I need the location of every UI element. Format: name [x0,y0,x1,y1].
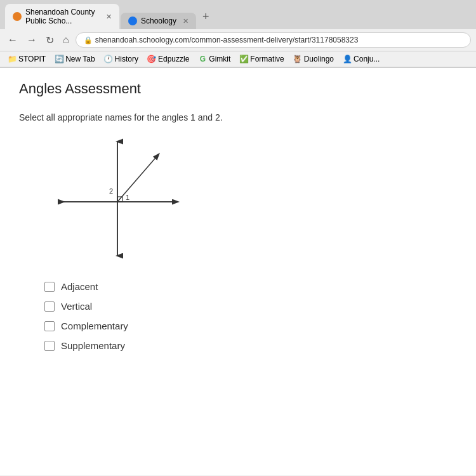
bookmark-icon-duolingo: 🦉 [293,55,302,63]
bookmark-gimkit[interactable]: G Gimkit [195,54,233,64]
bookmark-label-formative: Formative [250,55,284,63]
tab-icon-shenandoah [13,12,22,21]
bookmark-stopit[interactable]: 📁 STOPIT [5,54,48,64]
label-complementary: Complementary [61,321,128,331]
page-content: Angles Assessment Select all appropriate… [0,68,476,475]
question-text: Select all appropriate names for the ang… [19,112,457,122]
bookmark-icon-formative: ✅ [239,55,248,63]
bookmark-icon-new-tab: 🔄 [55,55,63,63]
bookmark-edpuzzle[interactable]: 🎯 Edpuzzle [145,54,192,64]
option-supplementary[interactable]: Supplementary [44,340,457,351]
bookmark-icon-history: 🕐 [104,55,113,63]
lock-icon: 🔒 [84,36,93,44]
bookmark-label-edpuzzle: Edpuzzle [158,55,189,63]
checkbox-vertical[interactable] [44,301,55,312]
tab-title-shenandoah: Shenandoah County Public Scho... [25,8,100,25]
svg-line-4 [117,154,159,202]
bookmark-new-tab[interactable]: 🔄 New Tab [52,54,97,64]
option-adjacent[interactable]: Adjacent [44,281,457,292]
bookmark-label-history: History [115,55,138,63]
diagram-area: 2 1 [19,135,457,262]
address-bar[interactable]: 🔒 shenandoah.schoology.com/common-assess… [76,32,471,48]
bookmarks-bar: 📁 STOPIT 🔄 New Tab 🕐 History 🎯 Edpuzzle … [0,51,476,67]
forward-button[interactable]: → [24,33,39,47]
bookmark-history[interactable]: 🕐 History [102,54,141,64]
checkbox-complementary[interactable] [44,321,55,331]
bookmark-icon-gimkit: G [198,55,207,63]
tab-title-schoology: Schoology [141,17,176,25]
bookmark-label-gimkit: Gimkit [209,55,230,63]
reload-button[interactable]: ↻ [43,33,56,48]
bookmark-conjuguemos[interactable]: 👤 Conju... [340,54,382,64]
page-title: Angles Assessment [19,81,457,97]
back-button[interactable]: ← [5,33,20,47]
bookmark-duolingo[interactable]: 🦉 Duolingo [291,54,336,64]
bookmark-icon-edpuzzle: 🎯 [147,55,156,63]
checkbox-supplementary[interactable] [44,341,55,351]
label-adjacent: Adjacent [61,281,98,292]
address-text: shenandoah.schoology.com/common-assessme… [95,36,359,44]
bookmark-label-conjuguemos: Conju... [354,55,380,63]
bookmark-icon-conjuguemos: 👤 [343,55,352,63]
tab-shenandoah[interactable]: Shenandoah County Public Scho... ✕ [5,4,119,29]
angle-diagram: 2 1 [57,135,184,262]
nav-bar: ← → ↻ ⌂ 🔒 shenandoah.schoology.com/commo… [0,29,476,51]
tab-icon-schoology [128,17,137,25]
bookmark-icon-stopit: 📁 [8,55,17,63]
label-supplementary: Supplementary [61,340,125,351]
bookmark-label-stopit: STOPIT [18,55,46,63]
tab-schoology[interactable]: Schoology ✕ [121,13,196,29]
answer-options: Adjacent Vertical Complementary Suppleme… [19,281,457,351]
bookmark-formative[interactable]: ✅ Formative [237,54,286,64]
home-button[interactable]: ⌂ [60,33,72,47]
option-vertical[interactable]: Vertical [44,301,457,312]
tab-close-shenandoah[interactable]: ✕ [106,13,112,21]
browser-chrome: Shenandoah County Public Scho... ✕ Schoo… [0,0,476,68]
svg-text:1: 1 [126,194,129,201]
tab-close-schoology[interactable]: ✕ [183,17,188,25]
new-tab-button[interactable]: + [197,8,215,26]
label-vertical: Vertical [61,301,92,312]
tab-bar: Shenandoah County Public Scho... ✕ Schoo… [0,0,476,29]
checkbox-adjacent[interactable] [44,282,55,292]
option-complementary[interactable]: Complementary [44,321,457,331]
bookmark-label-new-tab: New Tab [65,55,95,63]
svg-text:2: 2 [109,187,113,195]
bookmark-label-duolingo: Duolingo [304,55,334,63]
